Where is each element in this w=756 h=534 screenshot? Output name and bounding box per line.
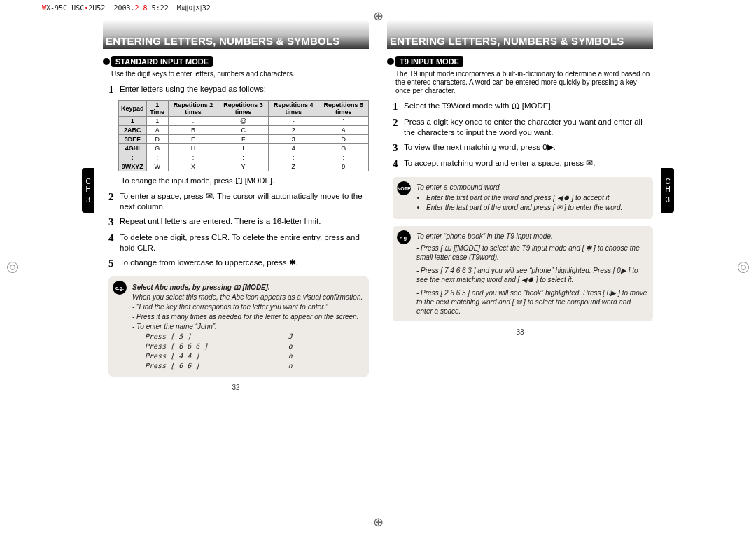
- kp-cell: I: [218, 144, 269, 153]
- kp-cell: 9: [318, 162, 369, 171]
- note-line: - Press [ 2 6 6 5 ] and you will see “bo…: [416, 288, 648, 316]
- kp-cell: 3: [268, 135, 318, 144]
- note-line: Press [ 5 ] J: [132, 332, 363, 341]
- kp-cell: :: [318, 153, 369, 162]
- kp-cell: A: [318, 126, 369, 135]
- section-label-t9: T9 INPUT MODE: [396, 56, 463, 67]
- bullet-icon: [103, 58, 110, 65]
- step-text: Press a digit key once to enter the char…: [404, 117, 653, 138]
- kp-cell: .: [168, 117, 218, 126]
- step-2-left: 2To enter a space, press ✉. The cursor w…: [108, 191, 369, 212]
- step-num: 1: [108, 84, 120, 96]
- note-eg-right: e.g. To enter “phone book” in the T9 inp…: [393, 226, 653, 321]
- spread: C H 3 ENTERING LETTERS, NUMBERS & SYMBOL…: [0, 0, 756, 391]
- kp-cell: :: [168, 153, 218, 162]
- kp-cell: A: [146, 126, 168, 135]
- tab-ch-h: H: [85, 185, 90, 193]
- kp-cell: B: [168, 126, 218, 135]
- kp-cell: D: [318, 135, 369, 144]
- kp-cell: 9WXYZ: [119, 162, 147, 171]
- note-line: When you select this mode, the Abc icon …: [132, 293, 363, 302]
- section-label-standard: STANDARD INPUT MODE: [111, 56, 213, 67]
- kp-cell: :: [218, 153, 269, 162]
- note-bullet: Enter the last part of the word and pres…: [426, 203, 648, 212]
- reg-mark-right: [738, 262, 749, 273]
- th-keypad: Keypad: [119, 101, 147, 117]
- lead-standard: Use the digit keys to enter letters, num…: [111, 70, 369, 78]
- step-text: Select the T9Word mode with 🕮 [MODE].: [404, 101, 653, 113]
- th-1time: 1 Time: [146, 101, 168, 117]
- bullet-icon: [387, 58, 394, 65]
- kp-cell: 2: [268, 126, 318, 135]
- kp-cell: G: [318, 144, 369, 153]
- badge-eg: e.g.: [397, 230, 411, 244]
- kp-cell: @: [218, 117, 269, 126]
- step-4-left: 4To delete one digit, press CLR. To dele…: [108, 232, 369, 253]
- step-num: 3: [393, 142, 404, 154]
- kp-cell: Z: [268, 162, 318, 171]
- doc-header: WX-95C USC•2U52 2003.2.8 5:22 M페이지32: [42, 3, 211, 13]
- kp-cell: C: [218, 126, 269, 135]
- step-text: Enter letters using the keypad as follow…: [120, 84, 369, 96]
- th-rep5: Repetitions 5 times: [318, 101, 369, 117]
- thumb-tab-left: C H 3: [82, 168, 94, 213]
- tab-ch-c: C: [85, 178, 90, 185]
- tab-ch-3: 3: [86, 196, 90, 204]
- page-title-left: ENTERING LETTERS, NUMBERS & SYMBOLS: [103, 20, 369, 49]
- kp-cell: 4GHI: [119, 144, 147, 153]
- note-line: Press [ 6 6 ] n: [132, 361, 363, 370]
- thumb-tab-right: C H 3: [662, 168, 674, 213]
- note-title: Select Abc mode, by pressing 🕮 [MODE].: [132, 283, 363, 292]
- keypad-table: Keypad 1 Time Repetitions 2 times Repeti…: [118, 100, 369, 171]
- step-1-left: 1 Enter letters using the keypad as foll…: [108, 84, 369, 96]
- step-text: Repeat until letters are entered. There …: [120, 216, 369, 228]
- step-1-right: 1Select the T9Word mode with 🕮 [MODE].: [393, 101, 653, 113]
- kp-cell: 2ABC: [119, 126, 147, 135]
- note-line: - Press [ 7 4 6 6 3 ] and you will see “…: [416, 266, 648, 284]
- page-number-right: 33: [387, 328, 653, 336]
- kp-cell: Y: [218, 162, 269, 171]
- tab-ch-c: C: [665, 178, 670, 185]
- step-2-right: 2Press a digit key once to enter the cha…: [393, 117, 653, 138]
- note-line: Press [ 4 4 ] h: [132, 351, 363, 360]
- note-eg-left: e.g. Select Abc mode, by pressing 🕮 [MOD…: [108, 276, 369, 377]
- step-text: To enter a space, press ✉. The cursor wi…: [120, 191, 369, 212]
- kp-cell: :: [146, 153, 168, 162]
- note-line: - Press [ 🕮 ][MODE] to select the T9 inp…: [416, 244, 648, 262]
- note-title: To enter “phone book” in the T9 input mo…: [416, 232, 648, 241]
- step-num: 1: [393, 101, 404, 113]
- page-left: C H 3 ENTERING LETTERS, NUMBERS & SYMBOL…: [94, 20, 377, 391]
- reg-mark-left: [7, 262, 18, 273]
- kp-cell: H: [168, 144, 218, 153]
- page-number-left: 32: [103, 384, 369, 391]
- kp-cell: X: [168, 162, 218, 171]
- kp-cell: 1: [119, 117, 147, 126]
- badge-note: NOTE: [397, 181, 411, 195]
- step-3-left: 3Repeat until letters are entered. There…: [108, 216, 369, 228]
- sub-change-mode: To change the input mode, press 🕮 [MODE]…: [121, 176, 369, 185]
- note-bullet: Enter the first part of the word and pre…: [426, 193, 648, 202]
- th-rep3: Repetitions 3 times: [218, 101, 269, 117]
- note-line: - “Find the key that corresponds to the …: [132, 302, 363, 311]
- lead-t9: The T9 input mode incorporates a built-i…: [396, 70, 653, 95]
- step-num: 3: [108, 216, 120, 228]
- step-3-right: 3To view the next matching word, press 0…: [393, 142, 653, 154]
- step-num: 2: [108, 191, 120, 212]
- kp-cell: :: [268, 153, 318, 162]
- kp-cell: -: [268, 117, 318, 126]
- section-head-standard: STANDARD INPUT MODE: [103, 56, 369, 67]
- step-num: 4: [393, 158, 404, 170]
- kp-cell: G: [146, 144, 168, 153]
- step-text: To change from lowercase to uppercase, p…: [120, 258, 369, 269]
- note-line: - To enter the name “John”:: [132, 322, 363, 331]
- kp-cell: E: [168, 135, 218, 144]
- kp-cell: 3DEF: [119, 135, 147, 144]
- tab-ch-3: 3: [666, 196, 670, 204]
- th-rep4: Repetitions 4 times: [268, 101, 318, 117]
- crop-cross-bot: ⊕: [373, 514, 384, 530]
- kp-cell: W: [146, 162, 168, 171]
- note-line: Press [ 6 6 6 ] o: [132, 342, 363, 351]
- step-5-left: 5To change from lowercase to uppercase, …: [108, 258, 369, 269]
- step-text: To view the next matching word, press 0▶…: [404, 142, 653, 154]
- step-num: 5: [108, 258, 120, 269]
